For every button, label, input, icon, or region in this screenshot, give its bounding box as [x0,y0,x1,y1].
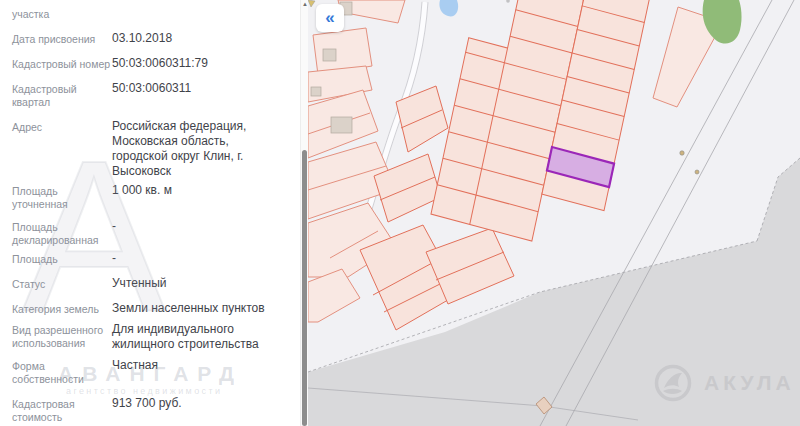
field-value: Частная [112,358,292,373]
building [331,117,352,133]
panel-scrollbar[interactable]: ▲ [300,0,308,426]
field-value: 50:03:0060311 [112,81,292,96]
field-value: Учтенный [112,276,292,291]
field-label: Кадастровый квартал [12,81,112,109]
field-label: Площадь [12,251,112,266]
field-value: 1 000 кв. м [112,183,292,198]
field-row-cadastral-number: Кадастровый номер 50:03:0060311:79 [12,56,292,71]
field-row-land-category: Категория земель Земли населенных пункто… [12,301,292,316]
field-label: Кадастровый номер [12,56,112,71]
field-row-permitted-use: Вид разрешенного использования Для индив… [12,322,292,352]
field-row-date: Дата присвоения 03.10.2018 [12,31,292,46]
field-row-number: участка [12,6,292,21]
field-row-ownership: Форма собственности Частная [12,358,292,386]
field-label: участка [12,6,112,21]
building [323,49,336,61]
scrollbar-thumb[interactable] [302,150,307,426]
field-row-address: Адрес Российская федерация, Московская о… [12,119,292,179]
map-container: « АКУЛА [308,0,800,426]
field-rows: участка Дата присвоения 03.10.2018 Кадас… [0,0,300,426]
field-row-area-refined: Площадь уточненная 1 000 кв. м [12,183,292,211]
field-value: Российская федерация, Московская область… [112,119,292,179]
field-label: Вид разрешенного использования [12,322,112,350]
field-label: Площадь уточненная [12,183,112,211]
field-label: Адрес [12,119,112,134]
field-row-cadastral-value: Кадастровая стоимость 913 700 руб. [12,396,292,424]
field-label: Форма собственности [12,358,112,386]
field-value: 03.10.2018 [112,31,292,46]
field-row-area-declared: Площадь декларированная - [12,219,292,247]
field-label: Категория земель [12,301,112,316]
field-label: Кадастровая стоимость [12,396,112,424]
point-marker [695,170,699,174]
field-row-area: Площадь - [12,251,292,266]
field-label: Статус [12,276,112,291]
field-value: - [112,219,292,234]
building [311,87,321,96]
field-label: Дата присвоения [12,31,112,46]
cadastral-map[interactable] [308,0,800,426]
field-value: - [112,251,292,266]
parcel-details-panel: участка Дата присвоения 03.10.2018 Кадас… [0,0,300,426]
field-label: Площадь декларированная [12,219,112,247]
field-row-status: Статус Учтенный [12,276,292,291]
field-value: Для индивидуального жилищного строительс… [112,322,292,352]
point-marker [680,151,684,155]
field-value: Земли населенных пунктов [112,301,292,316]
field-value: 50:03:0060311:79 [112,56,292,71]
field-row-cadastral-quarter: Кадастровый квартал 50:03:0060311 [12,81,292,109]
cadastral-app-window: участка Дата присвоения 03.10.2018 Кадас… [0,0,800,426]
collapse-panel-button[interactable]: « [316,4,344,32]
field-value: 913 700 руб. [112,396,292,411]
